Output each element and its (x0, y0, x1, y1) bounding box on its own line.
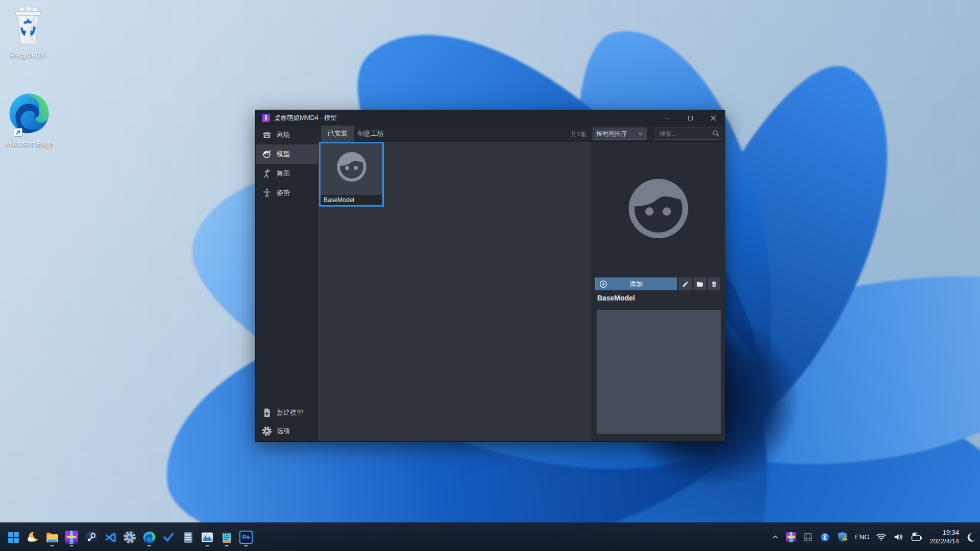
gear-icon (262, 426, 272, 436)
tray-volume-icon[interactable] (893, 532, 904, 542)
search-box (655, 128, 722, 140)
tray-battery-charging-icon[interactable] (911, 531, 923, 543)
tray-chevron-up-icon[interactable] (771, 533, 779, 541)
notepad-icon (220, 531, 233, 544)
widgets-button[interactable] (26, 527, 40, 547)
notepad-button[interactable] (219, 527, 234, 547)
recycle-bin-icon (11, 40, 45, 48)
desktop: RecycleBin Microsoft Edge (0, 0, 980, 551)
system-tray: ENG 19:34 2022/ (771, 523, 976, 551)
sort-dropdown-value: 按时间排序 (596, 130, 627, 138)
tab-label: 已安装 (328, 129, 348, 138)
photos-icon (201, 531, 214, 544)
new-file-icon (262, 408, 272, 418)
window-titlebar[interactable]: 桌面萌娘MMD4 - 模型 (256, 110, 725, 126)
settings-gear-icon (123, 531, 136, 544)
model-card-label: BaseModel (321, 195, 382, 205)
edge-icon (7, 91, 52, 138)
tray-bluetooth-icon[interactable] (820, 532, 830, 542)
sort-dropdown[interactable]: 按时间排序 (593, 128, 647, 140)
tray-wifi-icon[interactable] (876, 532, 887, 542)
sidebar-item-label: 姿势 (277, 188, 290, 197)
tray-time: 19:34 (929, 529, 959, 537)
photoshop-button[interactable]: Ps (239, 527, 253, 547)
model-grid: BaseModel (318, 142, 592, 441)
dance-icon (262, 168, 272, 179)
desktop-icon-label: Microsoft Edge (1, 140, 57, 149)
search-icon (712, 130, 720, 137)
weather-widget-icon (26, 531, 39, 544)
file-explorer-button[interactable] (45, 527, 59, 547)
tab-workshop[interactable]: 创意工坊 (351, 126, 390, 142)
taskbar-apps: Ps (6, 527, 253, 547)
sidebar-item-dance[interactable]: 舞蹈 (256, 164, 318, 183)
tab-installed[interactable]: 已安装 (321, 126, 354, 142)
plus-circle-icon (599, 280, 607, 288)
sidebar-item-new-model[interactable]: 新建模型 (256, 404, 318, 422)
shortcut-arrow-icon (14, 128, 22, 137)
model-face-icon (262, 149, 272, 159)
edge-icon (142, 531, 156, 544)
edge-button[interactable] (142, 527, 156, 547)
tray-date: 2022/4/14 (929, 537, 959, 546)
mmd-app-icon (65, 531, 78, 544)
tray-focus-moon-icon[interactable] (966, 532, 976, 542)
sidebar: 剧场 模型 (256, 126, 318, 441)
sidebar-item-theater[interactable]: 剧场 (256, 126, 318, 144)
maximize-button[interactable] (679, 110, 702, 126)
trash-icon (710, 281, 718, 288)
windows-start-icon (7, 531, 20, 544)
sidebar-item-label: 剧场 (277, 130, 290, 139)
settings-button[interactable] (122, 527, 137, 547)
delete-model-button[interactable] (708, 278, 720, 290)
window-title: 桌面萌娘MMD4 - 模型 (274, 114, 337, 122)
folder-icon (696, 281, 703, 288)
photoshop-icon: Ps (239, 531, 253, 544)
steam-button[interactable] (84, 527, 98, 547)
theater-icon (262, 130, 272, 140)
sidebar-item-label: 舞蹈 (277, 169, 290, 178)
taskbar: Ps (0, 522, 980, 551)
tray-security-shield-icon[interactable] (837, 531, 848, 543)
sidebar-item-label: 模型 (277, 149, 290, 159)
sidebar-item-pose[interactable]: 姿势 (256, 183, 318, 203)
close-button[interactable] (702, 110, 725, 126)
mmd-app-button[interactable] (64, 527, 79, 547)
tray-mmd-app-icon[interactable] (786, 532, 796, 542)
file-explorer-icon (45, 531, 59, 544)
photos-button[interactable] (200, 527, 214, 547)
add-model-button[interactable]: 添加 (595, 278, 677, 290)
pencil-icon (682, 281, 689, 288)
open-folder-button[interactable] (694, 278, 706, 290)
model-description-box (597, 310, 721, 434)
sidebar-item-label: 新建模型 (277, 408, 303, 417)
calculator-button[interactable] (181, 527, 195, 547)
model-actions: 添加 (595, 278, 720, 290)
model-preview-face-icon (622, 171, 695, 245)
desktop-icon-edge[interactable]: Microsoft Edge (1, 91, 57, 149)
model-card-basemodel[interactable]: BaseModel (319, 142, 384, 207)
desktop-icon-recycle-bin[interactable]: RecycleBin (0, 5, 56, 60)
calculator-icon (182, 531, 194, 544)
tray-clock[interactable]: 19:34 2022/4/14 (929, 529, 959, 546)
sidebar-item-label: 选项 (277, 427, 290, 436)
minimize-button[interactable] (656, 110, 679, 126)
todo-check-button[interactable] (161, 527, 176, 547)
sidebar-item-options[interactable]: 选项 (256, 422, 318, 440)
tray-language-indicator[interactable]: ENG (855, 533, 869, 541)
window-controls (656, 110, 725, 126)
start-button[interactable] (6, 527, 20, 547)
chevron-down-icon (638, 131, 644, 137)
edit-model-button[interactable] (679, 278, 692, 290)
sidebar-item-model[interactable]: 模型 (256, 144, 318, 164)
vscode-button[interactable] (103, 527, 117, 547)
pose-icon (262, 188, 272, 198)
tray-ime-grid-icon[interactable] (803, 532, 813, 542)
mmd-app-window: 桌面萌娘MMD4 - 模型 剧场 (255, 110, 725, 442)
library-topbar: 已安装 创意工坊 共1项 按时间排序 (318, 126, 725, 142)
vscode-icon (104, 531, 117, 544)
add-button-label: 添加 (596, 280, 677, 289)
tab-label: 创意工坊 (357, 129, 384, 138)
app-icon (262, 114, 270, 122)
desktop-icon-label: RecycleBin (0, 51, 56, 60)
